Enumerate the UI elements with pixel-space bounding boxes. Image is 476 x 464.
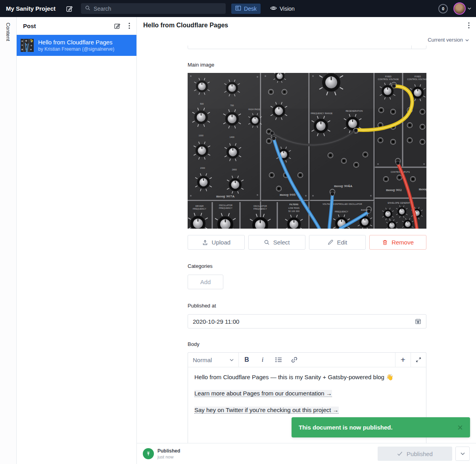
body-link-twitter[interactable]: Say hey on Twitter if you're checking ou…	[194, 407, 339, 414]
editor-toolbar: Normal B i	[188, 353, 426, 367]
published-at-input[interactable]: 2020-10-29 11:00	[188, 314, 426, 328]
style-selector-value: Normal	[193, 357, 212, 363]
workspace: Content Post	[0, 17, 476, 464]
add-category-button[interactable]: Add	[188, 275, 223, 289]
post-item-subtitle: by Kristian Freeman (@signalnerve)	[38, 46, 114, 52]
form-column: Main image	[188, 46, 426, 443]
remove-button[interactable]: Remove	[369, 235, 426, 250]
tab-vision[interactable]: Vision	[270, 5, 295, 13]
chevron-down-icon[interactable]	[468, 7, 471, 10]
body-label: Body	[188, 341, 426, 347]
upload-label: Upload	[212, 239, 231, 246]
tab-desk-label: Desk	[244, 6, 257, 12]
editor-content[interactable]: Hello from Cloudflare Pages — this is my…	[188, 373, 426, 420]
toolbar-spacer	[302, 353, 395, 367]
main-image-preview[interactable]: 500700 HIGH PASS 10001400 20002800 moog …	[188, 73, 426, 229]
main-image-label: Main image	[188, 62, 426, 68]
content-rail: Content	[0, 17, 17, 464]
body-paragraph: Say hey on Twitter if you're checking ou…	[194, 406, 420, 414]
kebab-menu-icon[interactable]	[468, 22, 470, 29]
sidebar-item-content[interactable]: Content	[5, 23, 11, 41]
slug-generate-divider	[411, 46, 412, 49]
italic-button[interactable]: i	[255, 353, 271, 367]
search-icon	[85, 5, 90, 12]
pencil-icon	[327, 239, 333, 245]
version-label: Current version	[428, 37, 463, 43]
notifications-badge[interactable]: 0	[438, 4, 448, 13]
link-button[interactable]	[286, 353, 302, 367]
search-input[interactable]	[81, 3, 226, 14]
panel-title: Post	[23, 23, 36, 29]
slug-field-partial[interactable]	[188, 46, 426, 49]
document-title: Hello from Cloudflare Pages	[143, 22, 228, 29]
body-paragraph: Hello from Cloudflare Pages — this is my…	[194, 373, 420, 381]
eye-icon	[270, 5, 277, 13]
avatar[interactable]	[453, 2, 466, 15]
check-icon	[397, 451, 403, 457]
publish-menu-button[interactable]	[455, 447, 470, 461]
post-panel-header: Post	[17, 17, 136, 35]
post-panel: Post	[17, 17, 137, 464]
document-header: Hello from Cloudflare Pages	[137, 17, 476, 34]
upload-button[interactable]: Upload	[188, 235, 245, 250]
compose-icon[interactable]	[114, 23, 121, 29]
tab-desk[interactable]: Desk	[231, 4, 261, 14]
image-actions: Upload Select	[188, 235, 426, 250]
edit-button[interactable]: Edit	[309, 235, 366, 250]
expand-editor-button[interactable]	[411, 353, 426, 367]
kebab-menu-icon[interactable]	[129, 23, 130, 29]
tab-vision-label: Vision	[280, 6, 295, 12]
edit-label: Edit	[337, 239, 347, 246]
remove-label: Remove	[392, 239, 414, 246]
chevron-down-icon	[230, 359, 234, 361]
project-title: My Sanity Project	[6, 5, 56, 12]
post-item-texts: Hello from Cloudflare Pages by Kristian …	[38, 39, 114, 52]
publish-status-title: Published	[157, 448, 180, 454]
body-paragraph-text: Hello from Cloudflare Pages — this is my…	[194, 374, 386, 380]
panel-actions	[114, 23, 130, 29]
compose-icon[interactable]	[66, 5, 73, 12]
post-item-title: Hello from Cloudflare Pages	[38, 39, 114, 46]
published-button[interactable]: Published	[378, 447, 452, 461]
version-selector[interactable]: Current version	[137, 34, 476, 46]
published-at-label: Published at	[188, 303, 426, 309]
search-field[interactable]	[94, 6, 222, 12]
calendar-icon[interactable]	[415, 318, 421, 325]
toast-message: This document is now published.	[299, 424, 393, 431]
navbar: My Sanity Project Desk	[0, 0, 476, 17]
document-footer: Published just now Published	[137, 443, 476, 464]
post-thumbnail	[21, 39, 34, 52]
trash-icon	[382, 239, 388, 245]
select-label: Select	[273, 239, 290, 246]
publish-status-time: just now	[157, 454, 180, 459]
categories-label: Categories	[188, 263, 426, 269]
close-icon[interactable]: ×	[457, 423, 463, 432]
insert-block-button[interactable]: +	[395, 353, 411, 367]
body-link-documentation[interactable]: Learn more about Pages from our document…	[194, 390, 332, 397]
desk-icon	[235, 5, 241, 12]
chevron-down-icon	[465, 37, 469, 43]
style-selector[interactable]: Normal	[188, 353, 239, 367]
wave-emoji: 👋	[386, 374, 393, 380]
publish-status-texts: Published just now	[157, 448, 180, 459]
body-paragraph: Learn more about Pages from our document…	[194, 390, 420, 397]
bullet-list-button[interactable]	[271, 353, 286, 367]
select-button[interactable]: Select	[248, 235, 305, 250]
publish-status-icon	[143, 448, 154, 459]
document-scroll-area[interactable]: Main image	[137, 46, 476, 443]
toast-published: This document is now published. ×	[292, 417, 470, 437]
document-pane: Hello from Cloudflare Pages Current vers…	[137, 17, 476, 464]
published-button-label: Published	[407, 451, 433, 457]
search-icon	[264, 239, 270, 245]
upload-icon	[202, 239, 208, 246]
sanity-studio: My Sanity Project Desk	[0, 0, 476, 464]
list-item-post[interactable]: Hello from Cloudflare Pages by Kristian …	[17, 35, 136, 56]
bold-button[interactable]: B	[239, 353, 255, 367]
published-at-value: 2020-10-29 11:00	[193, 318, 239, 325]
